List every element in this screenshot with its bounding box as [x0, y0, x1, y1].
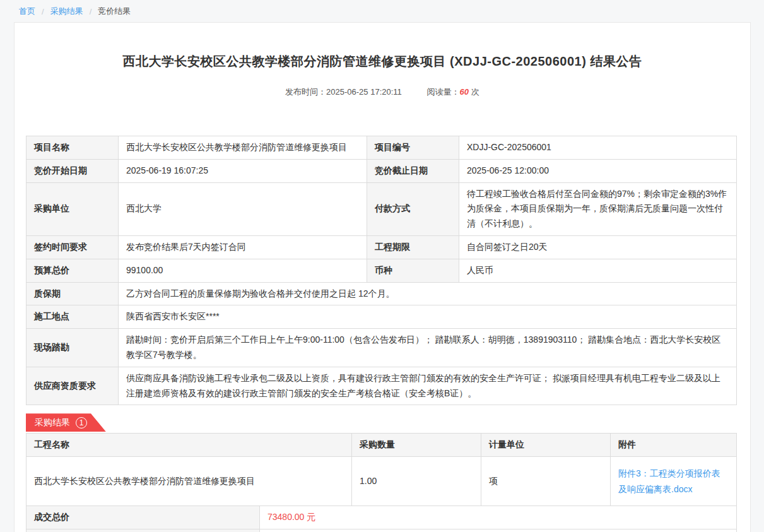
detail-label: 签约时间要求: [26, 235, 119, 259]
detail-value: 西北大学长安校区公共教学楼部分消防管道维修更换项目: [119, 136, 367, 160]
detail-value: 供应商应具备消防设施工程专业承包二级及以上资质，具有建设行政主管部门颁发的有效的…: [119, 367, 737, 405]
table-row: 采购单位 西北大学 付款方式 待工程竣工验收合格后付至合同金额的97%；剩余审定…: [26, 182, 737, 235]
detail-label: 币种: [367, 259, 459, 282]
detail-label: 供应商资质要求: [26, 367, 119, 405]
detail-value: 踏勘时间：竞价开启后第三个工作日上午上午9:00-11:00（包含公告发布日）；…: [119, 329, 737, 367]
detail-label: 项目编号: [367, 136, 459, 160]
views-unit: 次: [471, 87, 479, 97]
purchase-result-table: 工程名称 采购数量 计量单位 附件 西北大学长安校区公共教学楼部分消防管道维修更…: [26, 433, 737, 506]
table-row: 现场踏勘 踏勘时间：竞价开启后第三个工作日上午上午9:00-11:00（包含公告…: [26, 329, 737, 367]
detail-label: 预算总价: [26, 259, 119, 282]
breadcrumb-purchase-results-link[interactable]: 采购结果: [50, 6, 83, 17]
page-title: 西北大学长安校区公共教学楼部分消防管道维修更换项目 (XDJJ-GC-20250…: [26, 23, 739, 70]
result-project-name: 西北大学长安校区公共教学楼部分消防管道维修更换项目: [26, 457, 352, 506]
detail-label: 竞价截止日期: [367, 159, 459, 182]
detail-value: 人民币: [459, 259, 737, 282]
deal-supplier-label: 成交供应商: [26, 529, 260, 532]
detail-value: 2025-06-19 16:07:25: [119, 159, 367, 182]
column-header-attachment: 附件: [611, 434, 737, 457]
result-unit: 项: [481, 457, 611, 506]
column-header-quantity: 采购数量: [352, 434, 481, 457]
breadcrumb-separator: /: [90, 7, 92, 16]
deal-total-label: 成交总价: [26, 506, 260, 529]
detail-label: 现场踏勘: [26, 329, 119, 367]
detail-value: 待工程竣工验收合格后付至合同金额的97%；剩余审定金额的3%作为质保金，本项目质…: [459, 182, 737, 235]
deal-total-price: 73480.00: [267, 512, 304, 522]
table-row: 项目名称 西北大学长安校区公共教学楼部分消防管道维修更换项目 项目编号 XDJJ…: [26, 136, 737, 160]
table-row: 竞价开始日期 2025-06-19 16:07:25 竞价截止日期 2025-0…: [26, 159, 737, 182]
detail-value: XDJJ-GC-202506001: [459, 136, 737, 160]
project-details-table: 项目名称 西北大学长安校区公共教学楼部分消防管道维修更换项目 项目编号 XDJJ…: [26, 136, 737, 405]
deal-total-unit: 元: [307, 512, 315, 522]
detail-label: 竞价开始日期: [26, 159, 119, 182]
attachment-link[interactable]: 附件3：工程类分项报价表及响应偏离表.docx: [618, 466, 729, 497]
table-header-row: 工程名称 采购数量 计量单位 附件: [26, 434, 737, 457]
purchase-result-badge: 采购结果 1: [26, 413, 106, 432]
publish-time-group: 发布时间：2025-06-25 17:20:11: [285, 87, 404, 97]
breadcrumb-home-link[interactable]: 首页: [19, 6, 35, 17]
result-quantity: 1.00: [352, 457, 481, 506]
detail-label: 质保期: [26, 282, 119, 305]
publish-time-label: 发布时间：: [285, 87, 326, 97]
deal-summary-table: 成交总价 73480.00 元 成交供应商 陕西华川建设工程有限公司: [26, 505, 737, 532]
detail-value: 西北大学: [119, 182, 367, 235]
detail-label: 施工地点: [26, 305, 119, 329]
breadcrumb: 首页 / 采购结果 / 竞价结果: [0, 0, 764, 22]
detail-value: 发布竞价结果后7天内签订合同: [119, 235, 367, 259]
publish-meta: 发布时间：2025-06-25 17:20:11 阅读量：60次: [26, 86, 739, 98]
budget-total-price: 99100.00: [119, 259, 367, 282]
views-count: 60: [459, 87, 468, 97]
detail-value: 自合同签订之日20天: [459, 235, 737, 259]
table-row: 供应商资质要求 供应商应具备消防设施工程专业承包二级及以上资质，具有建设行政主管…: [26, 367, 737, 405]
detail-value: 陕西省西安市长安区****: [119, 305, 737, 329]
detail-value: 2025-06-25 12:00:00: [459, 159, 737, 182]
table-row: 成交供应商 陕西华川建设工程有限公司: [26, 529, 737, 532]
detail-label: 付款方式: [367, 182, 459, 235]
detail-label: 项目名称: [26, 136, 119, 160]
purchase-result-count: 1: [76, 417, 87, 429]
table-row: 预算总价 99100.00 币种 人民币: [26, 259, 737, 282]
breadcrumb-current-page: 竞价结果: [98, 6, 131, 17]
table-row: 西北大学长安校区公共教学楼部分消防管道维修更换项目 1.00 项 附件3：工程类…: [26, 457, 737, 506]
views-group: 阅读量：60次: [426, 87, 479, 97]
views-label: 阅读量：: [426, 87, 459, 97]
breadcrumb-separator: /: [42, 7, 44, 16]
column-header-unit: 计量单位: [481, 434, 611, 457]
column-header-project-name: 工程名称: [26, 434, 352, 457]
table-row: 质保期 乙方对合同工程的质量保修期为验收合格并交付使用之日起 12个月。: [26, 282, 737, 305]
deal-supplier-name: 陕西华川建设工程有限公司: [260, 529, 737, 532]
purchase-result-badge-label: 采购结果: [35, 417, 70, 429]
table-row: 施工地点 陕西省西安市长安区****: [26, 305, 737, 329]
announcement-card: 西北大学长安校区公共教学楼部分消防管道维修更换项目 (XDJJ-GC-20250…: [14, 22, 751, 532]
deal-total-value-cell: 73480.00 元: [260, 506, 737, 529]
detail-value: 乙方对合同工程的质量保修期为验收合格并交付使用之日起 12个月。: [119, 282, 737, 305]
table-row: 签约时间要求 发布竞价结果后7天内签订合同 工程期限 自合同签订之日20天: [26, 235, 737, 259]
detail-label: 工程期限: [367, 235, 459, 259]
detail-label: 采购单位: [26, 182, 119, 235]
table-row: 成交总价 73480.00 元: [26, 506, 737, 529]
publish-time-value: 2025-06-25 17:20:11: [326, 87, 402, 97]
